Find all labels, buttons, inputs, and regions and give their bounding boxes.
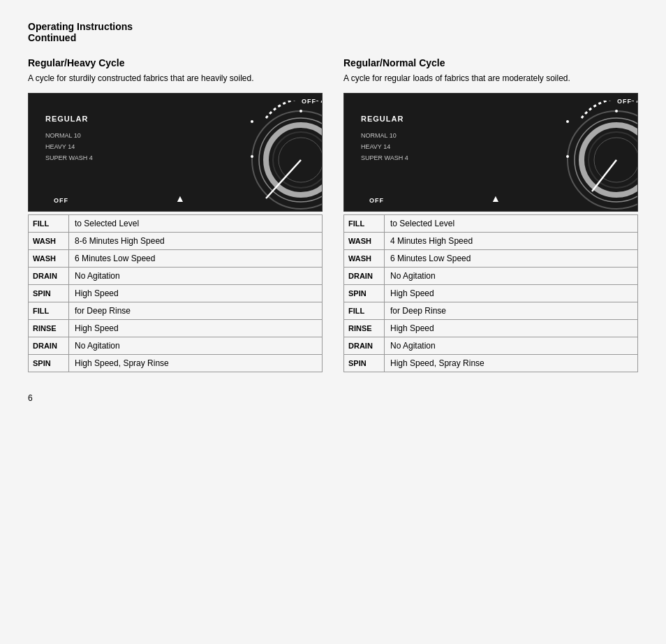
svg-point-18 xyxy=(615,110,618,112)
right-steps-table: FILLto Selected LevelWASH4 Minutes High … xyxy=(343,214,638,372)
step-value: for Deep Rinse xyxy=(385,302,638,319)
left-dial-heavy: HEAVY 14 xyxy=(45,141,93,152)
right-cycle-title: Regular/Normal Cycle xyxy=(343,57,638,68)
step-key: DRAIN xyxy=(29,267,69,284)
step-value: 8-6 Minutes High Speed xyxy=(69,232,323,249)
svg-point-10 xyxy=(251,120,253,123)
step-value: 6 Minutes Low Speed xyxy=(69,249,323,267)
step-key: SPIN xyxy=(29,354,69,372)
step-key: FILL xyxy=(29,302,69,319)
right-cycle-desc: A cycle for regular loads of fabrics tha… xyxy=(343,73,638,85)
step-value: High Speed xyxy=(385,284,638,302)
step-key: WASH xyxy=(344,232,385,249)
right-dial-svg xyxy=(526,101,638,212)
table-row: WASH6 Minutes Low Speed xyxy=(29,249,323,267)
table-row: WASH8-6 Minutes High Speed xyxy=(29,232,323,249)
left-dial-label: REGULAR xyxy=(45,115,88,123)
step-key: SPIN xyxy=(29,284,69,302)
left-cycle-title: Regular/Heavy Cycle xyxy=(28,57,323,68)
table-row: SPINHigh Speed, Spray Rinse xyxy=(29,354,323,372)
step-key: WASH xyxy=(29,232,69,249)
left-dial: OFF REGULAR NORMAL 10 HEAVY 14 SUPER WAS… xyxy=(28,93,323,212)
table-row: RINSEHigh Speed xyxy=(344,319,638,337)
right-dial-heavy: HEAVY 14 xyxy=(361,141,408,152)
table-row: SPINHigh Speed, Spray Rinse xyxy=(344,354,638,372)
step-value: No Agitation xyxy=(385,337,638,354)
step-key: FILL xyxy=(344,214,385,232)
step-key: SPIN xyxy=(344,284,385,302)
step-value: No Agitation xyxy=(69,337,323,354)
left-dial-off-bottom: OFF xyxy=(54,197,68,204)
step-key: SPIN xyxy=(344,354,385,372)
step-key: FILL xyxy=(29,214,69,232)
step-value: No Agitation xyxy=(69,267,323,284)
step-value: High Speed xyxy=(69,284,323,302)
step-value: High Speed xyxy=(385,319,638,337)
page-number: 6 xyxy=(28,393,638,403)
left-dial-super-wash: SUPER WASH 4 xyxy=(45,152,93,163)
page-header: Operating Instructions Continued xyxy=(28,21,638,43)
left-dial-settings: NORMAL 10 HEAVY 14 SUPER WASH 4 xyxy=(45,130,93,164)
step-key: FILL xyxy=(344,302,385,319)
right-dial-label: REGULAR xyxy=(361,115,404,123)
step-key: WASH xyxy=(344,249,385,267)
right-dial-super-wash: SUPER WASH 4 xyxy=(361,152,408,163)
left-dial-normal: NORMAL 10 xyxy=(45,130,93,141)
header-line2: Continued xyxy=(28,32,638,43)
step-key: DRAIN xyxy=(344,337,385,354)
step-key: DRAIN xyxy=(29,337,69,354)
step-value: to Selected Level xyxy=(385,214,638,232)
table-row: WASH4 Minutes High Speed xyxy=(344,232,638,249)
table-row: RINSEHigh Speed xyxy=(29,319,323,337)
svg-point-11 xyxy=(251,155,253,158)
table-row: SPINHigh Speed xyxy=(29,284,323,302)
table-row: WASH6 Minutes Low Speed xyxy=(344,249,638,267)
table-row: FILLfor Deep Rinse xyxy=(29,302,323,319)
step-value: No Agitation xyxy=(385,267,638,284)
table-row: FILLto Selected Level xyxy=(344,214,638,232)
table-row: DRAINNo Agitation xyxy=(29,337,323,354)
step-value: High Speed xyxy=(69,319,323,337)
header-line1: Operating Instructions xyxy=(28,21,638,32)
table-row: FILLfor Deep Rinse xyxy=(344,302,638,319)
step-key: WASH xyxy=(29,249,69,267)
right-dial-tick: ▲ xyxy=(491,193,501,204)
table-row: FILLto Selected Level xyxy=(29,214,323,232)
svg-point-23 xyxy=(566,155,569,158)
step-value: High Speed, Spray Rinse xyxy=(69,354,323,372)
step-key: RINSE xyxy=(344,319,385,337)
step-value: to Selected Level xyxy=(69,214,323,232)
right-dial-off-bottom: OFF xyxy=(369,197,384,204)
right-dial: OFF REGULAR NORMAL 10 HEAVY 14 SUPER WAS… xyxy=(343,93,638,212)
content-columns: Regular/Heavy Cycle A cycle for sturdily… xyxy=(28,57,638,372)
right-cycle-column: Regular/Normal Cycle A cycle for regular… xyxy=(343,57,638,372)
step-key: RINSE xyxy=(29,319,69,337)
table-row: DRAINNo Agitation xyxy=(344,337,638,354)
left-steps-table: FILLto Selected LevelWASH8-6 Minutes Hig… xyxy=(28,214,323,372)
left-dial-tick: ▲ xyxy=(175,193,185,204)
step-value: 4 Minutes High Speed xyxy=(385,232,638,249)
table-row: DRAINNo Agitation xyxy=(29,267,323,284)
right-dial-settings: NORMAL 10 HEAVY 14 SUPER WASH 4 xyxy=(361,130,408,164)
svg-point-22 xyxy=(566,120,569,123)
left-cycle-desc: A cycle for sturdily constructed fabrics… xyxy=(28,73,323,85)
left-dial-svg xyxy=(210,101,323,212)
step-key: DRAIN xyxy=(344,267,385,284)
step-value: for Deep Rinse xyxy=(69,302,323,319)
table-row: SPINHigh Speed xyxy=(344,284,638,302)
svg-point-6 xyxy=(299,110,302,112)
right-dial-normal: NORMAL 10 xyxy=(361,130,408,141)
step-value: 6 Minutes Low Speed xyxy=(385,249,638,267)
table-row: DRAINNo Agitation xyxy=(344,267,638,284)
step-value: High Speed, Spray Rinse xyxy=(385,354,638,372)
left-cycle-column: Regular/Heavy Cycle A cycle for sturdily… xyxy=(28,57,323,372)
